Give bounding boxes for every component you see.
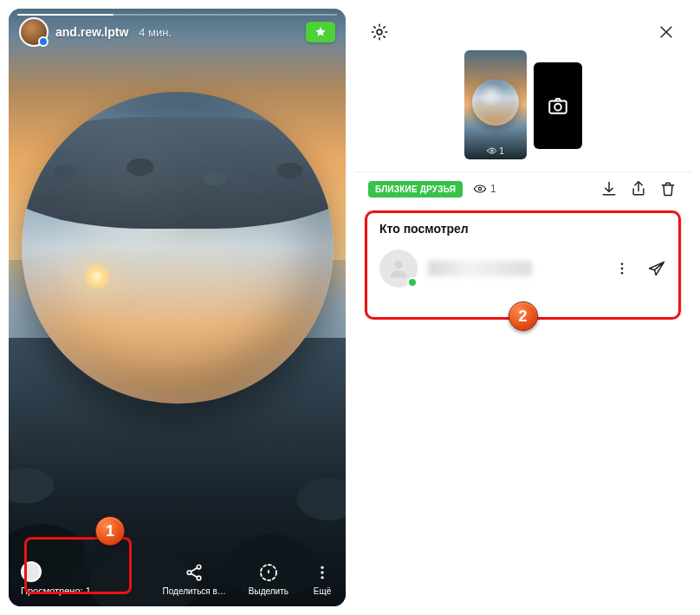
highlight-label: Выделить xyxy=(249,586,288,596)
more-icon xyxy=(311,561,334,584)
share-button[interactable]: Поделиться в… xyxy=(163,561,226,596)
highlight-icon xyxy=(257,561,280,584)
gear-icon xyxy=(370,23,389,42)
story-thumbnails-row: 1 xyxy=(354,47,691,172)
verified-badge-icon xyxy=(38,36,49,47)
viewers-title: Кто посмотрел xyxy=(379,222,666,236)
annotation-badge-1: 1 xyxy=(95,516,125,546)
highlight-button[interactable]: Выделить xyxy=(249,561,288,596)
close-icon xyxy=(658,23,675,41)
svg-point-7 xyxy=(377,29,382,35)
settings-button[interactable] xyxy=(368,21,391,43)
thumbnail-view-count: 1 xyxy=(486,146,504,156)
download-icon xyxy=(600,180,618,197)
more-vertical-icon xyxy=(614,261,630,276)
story-timestamp: 4 мин. xyxy=(139,26,172,39)
svg-point-8 xyxy=(490,150,493,152)
viewers-button[interactable]: Просмотрено: 1 xyxy=(21,561,91,596)
viewer-avatar[interactable] xyxy=(379,249,418,288)
svg-point-10 xyxy=(554,104,561,111)
close-friends-star-icon[interactable] xyxy=(306,22,335,42)
annotation-badge-2: 2 xyxy=(509,301,538,331)
eye-icon xyxy=(473,182,487,196)
svg-point-4 xyxy=(321,566,323,569)
send-icon xyxy=(648,260,665,277)
author-avatar[interactable] xyxy=(19,17,49,47)
toolbar-view-count: 1 xyxy=(473,182,496,196)
viewer-row[interactable] xyxy=(374,244,671,293)
story-viewer-panel: and.rew.lptw 4 мин. Просмотрено: 1 Подел… xyxy=(9,9,346,606)
trash-icon xyxy=(659,180,677,197)
svg-rect-9 xyxy=(549,101,567,113)
share-up-icon xyxy=(630,180,647,197)
viewers-panel: 1 БЛИЗКИЕ ДРУЗЬЯ 1 К xyxy=(354,9,691,606)
svg-point-5 xyxy=(321,571,323,573)
person-icon xyxy=(386,256,411,281)
eye-icon xyxy=(486,146,496,156)
view-count-label: Просмотрено: 1 xyxy=(21,586,91,596)
share-external-button[interactable] xyxy=(629,179,648,198)
viewer-avatars-stack xyxy=(21,561,42,582)
more-label: Ещё xyxy=(314,586,331,596)
svg-point-15 xyxy=(621,272,624,275)
delete-button[interactable] xyxy=(658,179,677,198)
download-button[interactable] xyxy=(600,179,619,198)
add-story-thumbnail[interactable] xyxy=(534,62,582,149)
more-button[interactable]: Ещё xyxy=(311,561,334,596)
share-icon xyxy=(183,561,205,584)
viewer-username-hidden xyxy=(428,261,532,276)
author-username[interactable]: and.rew.lptw xyxy=(55,25,128,39)
viewers-list-section: Кто посмотрел 2 xyxy=(365,210,681,320)
viewer-send-button[interactable] xyxy=(647,259,666,278)
svg-point-13 xyxy=(621,262,624,265)
svg-point-6 xyxy=(321,576,323,579)
story-image xyxy=(9,9,346,606)
svg-point-14 xyxy=(621,268,624,270)
online-dot-icon xyxy=(407,277,418,288)
viewer-more-button[interactable] xyxy=(612,259,632,278)
svg-point-11 xyxy=(478,187,481,190)
camera-icon xyxy=(547,94,569,117)
svg-point-12 xyxy=(394,261,402,269)
viewers-toolbar: БЛИЗКИЕ ДРУЗЬЯ 1 xyxy=(354,172,691,205)
share-label: Поделиться в… xyxy=(163,586,226,596)
close-button[interactable] xyxy=(655,21,677,43)
close-friends-badge[interactable]: БЛИЗКИЕ ДРУЗЬЯ xyxy=(368,181,463,197)
story-thumbnail-current[interactable]: 1 xyxy=(464,50,527,159)
